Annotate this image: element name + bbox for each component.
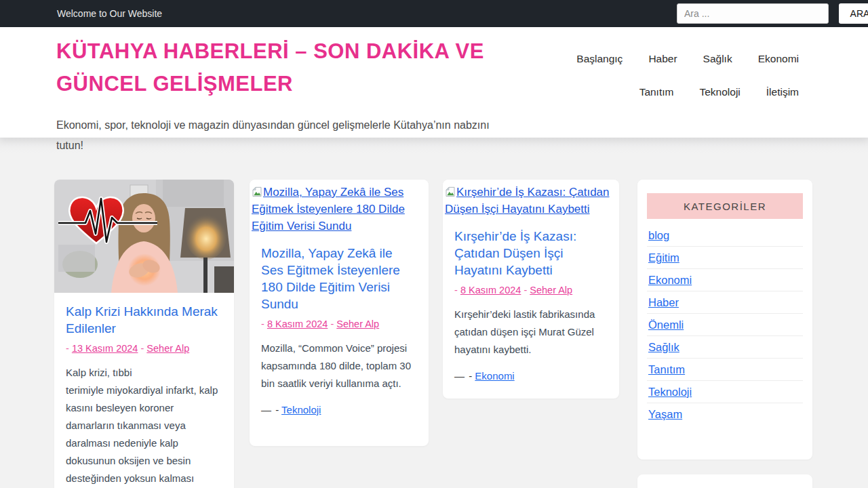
broken-image-icon	[252, 185, 262, 196]
article-title-link[interactable]: Kırşehir’de İş Kazası: Çatıdan Düşen İşç…	[454, 228, 608, 279]
broken-image-alt-text: Kırşehir’de İş Kazası: Çatıdan Düşen İşç…	[445, 186, 610, 216]
category-link-blog[interactable]: blog	[648, 229, 669, 241]
nav-row-2: Tanıtım Teknoloji İletişim	[639, 86, 799, 98]
broken-image-alt-link[interactable]: Mozilla, Yapay Zekâ ile Ses Eğitmek İste…	[250, 180, 429, 235]
category-link-egitim[interactable]: Eğitim	[648, 251, 679, 264]
site-tagline: Ekonomi, spor, teknoloji ve magazin düny…	[56, 115, 512, 156]
article-date-link[interactable]: 8 Kasım 2024	[460, 285, 521, 296]
footer-separator: -	[275, 404, 279, 415]
sidebar-next-widget	[637, 474, 812, 488]
article-card-kirsehir: Kırşehir’de İş Kazası: Çatıdan Düşen İşç…	[443, 180, 619, 399]
category-link-yasam[interactable]: Yaşam	[648, 408, 682, 420]
article-title-link[interactable]: Kalp Krizi Hakkında Merak Edilenler	[66, 303, 222, 337]
nav-item-teknoloji[interactable]: Teknoloji	[699, 86, 740, 98]
category-item: Sağlık	[647, 336, 803, 359]
category-item: Yaşam	[647, 403, 803, 425]
welcome-text: Welcome to Our Website	[57, 0, 162, 27]
article-category-link[interactable]: Ekonomi	[475, 370, 514, 382]
article-title-link[interactable]: Mozilla, Yapay Zekâ ile Ses Eğitmek İste…	[261, 245, 417, 312]
footer-dash: —	[454, 370, 466, 382]
heart-attack-photo[interactable]	[54, 180, 234, 293]
meta-separator: -	[524, 285, 527, 296]
article-author-link[interactable]: Seher Alp	[530, 285, 572, 296]
nav-item-saglik[interactable]: Sağlık	[703, 53, 732, 65]
article-date-link[interactable]: 13 Kasım 2024	[72, 343, 138, 354]
article-footer: — - Ekonomi	[454, 370, 608, 382]
site-title[interactable]: KÜTAHYA HABERLERİ – SON DAKİKA VE GÜNCEL…	[56, 35, 504, 100]
search-input[interactable]	[677, 3, 829, 24]
article-excerpt: Kırşehir’deki lastik fabrikasında çatıda…	[454, 306, 608, 359]
meta-prefix: -	[261, 319, 264, 329]
site-header: KÜTAHYA HABERLERİ – SON DAKİKA VE GÜNCEL…	[0, 27, 868, 138]
article-card-mozilla: Mozilla, Yapay Zekâ ile Ses Eğitmek İste…	[250, 180, 429, 446]
search-button[interactable]: ARA	[839, 3, 868, 24]
category-link-ekonomi[interactable]: Ekonomi	[648, 274, 692, 286]
nav-item-baslangic[interactable]: Başlangıç	[576, 53, 623, 65]
article-body: Mozilla, Yapay Zekâ ile Ses Eğitmek İste…	[250, 245, 429, 415]
main-nav: Başlangıç Haber Sağlık Ekonomi Tanıtım T…	[576, 53, 799, 98]
meta-separator: -	[140, 343, 144, 354]
category-item: blog	[647, 224, 803, 247]
broken-image-alt-link[interactable]: Kırşehir’de İş Kazası: Çatıdan Düşen İşç…	[443, 180, 619, 218]
nav-item-haber[interactable]: Haber	[648, 53, 677, 65]
nav-item-ekonomi[interactable]: Ekonomi	[758, 53, 799, 65]
article-body: Kırşehir’de İş Kazası: Çatıdan Düşen İşç…	[443, 228, 619, 382]
article-category-link[interactable]: Teknoloji	[281, 404, 321, 415]
article-excerpt: Kalp krizi, tıbbi terimiyle miyokardiyal…	[66, 364, 222, 488]
category-item: Ekonomi	[647, 269, 803, 291]
meta-prefix: -	[66, 343, 69, 354]
meta-separator: -	[330, 319, 334, 329]
article-author-link[interactable]: Seher Alp	[146, 343, 189, 354]
category-item: Tanıtım	[647, 359, 803, 381]
category-link-haber[interactable]: Haber	[648, 296, 679, 308]
nav-item-tanitim[interactable]: Tanıtım	[639, 86, 674, 98]
article-card-kalp-krizi: Kalp Krizi Hakkında Merak Edilenler - 13…	[54, 180, 234, 488]
category-item: Önemli	[647, 314, 803, 336]
article-body: Kalp Krizi Hakkında Merak Edilenler - 13…	[54, 303, 234, 488]
article-meta: - 8 Kasım 2024 - Seher Alp	[454, 285, 608, 296]
article-footer: — - Teknoloji	[261, 404, 417, 415]
category-link-teknoloji[interactable]: Teknoloji	[648, 386, 692, 398]
article-meta: - 13 Kasım 2024 - Seher Alp	[66, 343, 222, 354]
main-content: Kalp Krizi Hakkında Merak Edilenler - 13…	[0, 138, 868, 488]
categories-widget-title: KATEGORİLER	[647, 193, 803, 219]
footer-dash: —	[261, 404, 273, 415]
category-link-tanitim[interactable]: Tanıtım	[648, 363, 685, 375]
top-bar: Welcome to Our Website ARA	[0, 0, 868, 27]
sidebar-categories-widget: KATEGORİLER blog Eğitim Ekonomi Haber Ön…	[637, 180, 812, 460]
article-meta: - 8 Kasım 2024 - Seher Alp	[261, 319, 417, 329]
article-date-link[interactable]: 8 Kasım 2024	[267, 319, 328, 329]
nav-item-iletisim[interactable]: İletişim	[766, 86, 799, 98]
broken-image-alt-text: Mozilla, Yapay Zekâ ile Ses Eğitmek İste…	[252, 186, 405, 232]
category-item: Haber	[647, 291, 803, 314]
category-link-saglik[interactable]: Sağlık	[648, 341, 679, 353]
meta-prefix: -	[454, 285, 458, 296]
broken-image-icon	[445, 185, 456, 196]
category-item: Eğitim	[647, 247, 803, 269]
nav-row-1: Başlangıç Haber Sağlık Ekonomi	[576, 53, 799, 65]
article-excerpt: Mozilla, “Common Voice” projesi kapsamın…	[261, 340, 417, 392]
categories-list: blog Eğitim Ekonomi Haber Önemli Sağlık …	[647, 224, 803, 425]
article-author-link[interactable]: Seher Alp	[336, 319, 379, 329]
category-item: Teknoloji	[647, 381, 803, 403]
footer-separator: -	[469, 370, 472, 382]
category-link-onemli[interactable]: Önemli	[648, 319, 684, 331]
